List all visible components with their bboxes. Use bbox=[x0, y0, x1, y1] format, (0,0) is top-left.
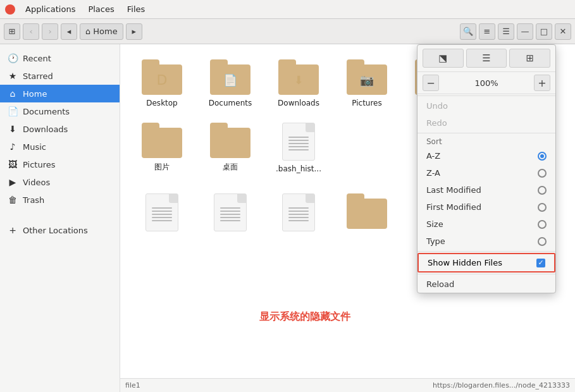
file-name-desktop: Desktop bbox=[146, 99, 178, 107]
search-button[interactable]: 🔍 bbox=[460, 23, 476, 40]
sidebar-item-documents[interactable]: 📄 Documents bbox=[0, 102, 120, 120]
dd-sort-az[interactable]: A-Z bbox=[417, 147, 555, 164]
path-next-button[interactable]: ▸ bbox=[126, 23, 142, 40]
dd-show-hidden-label: Show Hidden Files bbox=[428, 258, 502, 267]
pictures-icon: 🖼 bbox=[8, 159, 18, 169]
folder-icon-extra bbox=[347, 193, 387, 229]
sidebar-item-pictures[interactable]: 🖼 Pictures bbox=[0, 156, 120, 173]
app-icon bbox=[5, 4, 15, 15]
dd-zoom-plus[interactable]: + bbox=[534, 75, 550, 91]
sidebar-item-videos[interactable]: ▶ Videos bbox=[0, 173, 120, 191]
sidebar-label-downloads: Downloads bbox=[23, 125, 68, 134]
sidebar: 🕐 Recent ★ Starred ⌂ Home 📄 Documents ⬇ … bbox=[0, 44, 120, 392]
dd-redo[interactable]: Redo bbox=[417, 114, 555, 132]
sidebar-item-recent[interactable]: 🕐 Recent bbox=[0, 49, 120, 67]
videos-icon: ▶ bbox=[8, 177, 18, 187]
toggle-sidebar-button[interactable]: ◂ bbox=[61, 23, 77, 40]
file-name-tupian: 图片 bbox=[154, 162, 170, 173]
dd-zoom-minus[interactable]: − bbox=[423, 75, 439, 91]
menu-bar: Applications Places Files bbox=[0, 0, 575, 19]
dd-sep-1 bbox=[417, 95, 555, 96]
dd-sort-first-modified[interactable]: First Modified bbox=[417, 199, 555, 216]
new-tab-button[interactable]: ⊞ bbox=[4, 23, 20, 40]
music-icon: ♪ bbox=[8, 142, 18, 152]
dd-undo[interactable]: Undo bbox=[417, 97, 555, 114]
dd-show-hidden[interactable]: Show Hidden Files ✓ bbox=[417, 253, 555, 273]
file-item-extra-folder[interactable] bbox=[335, 188, 399, 240]
file-icon-doc1 bbox=[145, 193, 178, 231]
sidebar-label-pictures: Pictures bbox=[23, 160, 55, 169]
recent-icon: 🕐 bbox=[8, 53, 18, 63]
sidebar-item-other-locations[interactable]: + Other Locations bbox=[0, 221, 120, 239]
dd-radio-first-mod bbox=[538, 203, 547, 212]
dd-zoom-value: 100% bbox=[442, 78, 531, 88]
home-sidebar-icon: ⌂ bbox=[8, 89, 18, 99]
dd-sort-za[interactable]: Z-A bbox=[417, 164, 555, 181]
file-name-pictures: Pictures bbox=[352, 99, 382, 107]
dd-view-icon-btn-2[interactable]: ☰ bbox=[466, 49, 507, 68]
sidebar-label-music: Music bbox=[23, 142, 46, 152]
toolbar: ⊞ ‹ › ◂ ⌂ Home ▸ 🔍 ≡ ☰ — □ ✕ bbox=[0, 19, 575, 44]
file-name-downloads: Downloads bbox=[278, 99, 319, 107]
sidebar-item-home[interactable]: ⌂ Home bbox=[0, 85, 120, 102]
dd-view-icon-btn-3[interactable]: ⊞ bbox=[509, 49, 550, 68]
folder-icon-downloads: ⬇ bbox=[278, 59, 319, 95]
dd-zoom-row: − 100% + bbox=[417, 72, 555, 94]
dd-sep-4 bbox=[417, 274, 555, 274]
view-list-button[interactable]: ≡ bbox=[479, 23, 495, 40]
dd-radio-size bbox=[538, 220, 547, 229]
file-item-doc2[interactable] bbox=[199, 188, 262, 240]
sidebar-label-documents: Documents bbox=[23, 107, 70, 116]
folder-icon-documents: 📄 bbox=[210, 59, 250, 95]
sidebar-label-home: Home bbox=[23, 89, 47, 99]
status-text: file1 bbox=[125, 381, 140, 389]
home-icon: ⌂ bbox=[85, 27, 90, 36]
menu-files[interactable]: Files bbox=[122, 3, 151, 15]
sidebar-label-other: Other Locations bbox=[23, 226, 88, 235]
trash-icon: 🗑 bbox=[8, 195, 18, 205]
dd-sort-size[interactable]: Size bbox=[417, 216, 555, 233]
status-bar: file1 https://blogarden.files.../node_42… bbox=[120, 378, 575, 392]
sidebar-item-starred[interactable]: ★ Starred bbox=[0, 67, 120, 85]
sidebar-item-music[interactable]: ♪ Music bbox=[0, 138, 120, 156]
dropdown-menu: ⬔ ☰ ⊞ − 100% + Undo Redo Sort A-Z Z-A bbox=[417, 44, 556, 293]
home-button[interactable]: ⌂ Home bbox=[80, 23, 123, 40]
menu-applications[interactable]: Applications bbox=[20, 3, 80, 15]
sidebar-label-trash: Trash bbox=[23, 195, 44, 205]
folder-icon-zhuomian bbox=[210, 123, 250, 158]
dd-sort-label: Sort bbox=[417, 135, 555, 147]
file-item-tupian[interactable]: 图片 bbox=[130, 118, 194, 178]
dd-view-icon-btn-1[interactable]: ⬔ bbox=[423, 49, 464, 68]
file-item-pictures[interactable]: 📷 Pictures bbox=[335, 54, 399, 113]
back-button[interactable]: ‹ bbox=[23, 23, 39, 40]
file-item-bash-hist[interactable]: .bash_hist... bbox=[267, 118, 330, 178]
file-item-doc3[interactable] bbox=[267, 188, 330, 240]
sidebar-item-downloads[interactable]: ⬇ Downloads bbox=[0, 120, 120, 138]
forward-button[interactable]: › bbox=[42, 23, 58, 40]
dd-reload[interactable]: Reload bbox=[417, 276, 555, 293]
dd-sort-last-modified[interactable]: Last Modified bbox=[417, 181, 555, 199]
dd-radio-last-mod bbox=[538, 186, 547, 195]
window-maximize-button[interactable]: □ bbox=[536, 23, 552, 40]
file-icon-doc3 bbox=[282, 193, 315, 231]
dd-radio-za bbox=[538, 169, 547, 178]
folder-icon-tupian bbox=[142, 123, 182, 158]
file-item-desktop[interactable]: D Desktop bbox=[130, 54, 194, 113]
file-icon-doc2 bbox=[214, 193, 247, 231]
annotation-text: 显示系统的隐藏文件 bbox=[259, 310, 350, 324]
dd-sort-type[interactable]: Type bbox=[417, 233, 555, 250]
file-item-downloads[interactable]: ⬇ Downloads bbox=[267, 54, 330, 113]
file-icon-bash-hist bbox=[282, 123, 315, 161]
starred-icon: ★ bbox=[8, 71, 18, 81]
menu-places[interactable]: Places bbox=[83, 3, 119, 15]
downloads-icon: ⬇ bbox=[8, 124, 18, 134]
window-close-button[interactable]: ✕ bbox=[555, 23, 571, 40]
file-item-documents[interactable]: 📄 Documents bbox=[199, 54, 262, 113]
file-item-zhuomian[interactable]: 桌面 bbox=[199, 118, 262, 178]
dd-sep-3 bbox=[417, 251, 555, 252]
sidebar-item-trash[interactable]: 🗑 Trash bbox=[0, 191, 120, 209]
window-minimize-button[interactable]: — bbox=[517, 23, 533, 40]
file-name-documents: Documents bbox=[209, 99, 252, 107]
view-options-button[interactable]: ☰ bbox=[498, 23, 514, 40]
file-item-doc1[interactable] bbox=[130, 188, 194, 240]
